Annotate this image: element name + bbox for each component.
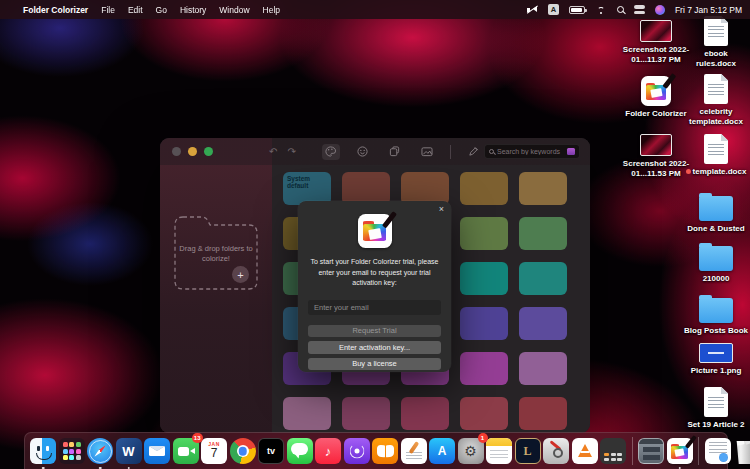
app-menu-title[interactable]: Folder Colorizer [23, 5, 88, 15]
desktop-icon-picture-1-png[interactable]: Picture 1.png [684, 343, 748, 387]
drop-zone[interactable]: Drag & drop folders to colorize! + [171, 208, 261, 292]
dock-item-license-document-icon[interactable] [705, 436, 731, 466]
desktop-icon-blog-posts-book[interactable]: Blog Posts Book [684, 294, 748, 343]
color-swatch[interactable] [519, 352, 567, 385]
request-trial-button[interactable]: Request Trial [308, 325, 441, 338]
dock-item-word-icon[interactable]: W [116, 436, 142, 466]
trial-instructions-text: To start your Folder Colorizer trial, pl… [309, 257, 440, 289]
dock-item-vlc-icon[interactable] [572, 436, 598, 466]
buy-license-button[interactable]: Buy a license [308, 358, 441, 371]
window-titlebar[interactable]: ↶ ↷ [160, 138, 590, 165]
desktop-icon-ebook-rules-docx[interactable]: ebook rules.docx [684, 16, 748, 74]
menu-item-edit[interactable]: Edit [128, 5, 143, 15]
input-source-icon[interactable]: A [548, 4, 559, 16]
color-swatch[interactable] [460, 397, 508, 430]
color-swatch[interactable] [460, 307, 508, 340]
email-field[interactable] [308, 300, 441, 315]
dock-item-mail-icon[interactable] [144, 436, 170, 466]
screenshot-thumbnail-icon [640, 134, 672, 156]
menu-item-window[interactable]: Window [219, 5, 249, 15]
add-folder-button[interactable]: + [232, 266, 249, 283]
color-swatch[interactable] [283, 397, 331, 430]
dock-separator [632, 437, 633, 465]
dock-item-messages-icon[interactable] [287, 436, 313, 466]
dock-item-league-of-legends-icon[interactable]: L [515, 436, 541, 466]
menu-item-history[interactable]: History [180, 5, 206, 15]
dock-item-settings-icon[interactable]: ⚙1 [458, 436, 484, 466]
color-swatch[interactable] [460, 172, 508, 205]
dock-item-facetime-icon[interactable]: 13 [173, 436, 199, 466]
eyedropper-icon[interactable] [465, 144, 483, 160]
desktop: Folder Colorizer FileEditGoHistoryWindow… [0, 0, 750, 469]
menu-item-file[interactable]: File [101, 5, 115, 15]
desktop-icon-screenshot-2022-01-11-53-pm[interactable]: Screenshot 2022-01...11.53 PM [620, 134, 692, 192]
desktop-icon-label: template.docx [686, 167, 747, 177]
color-swatch[interactable] [519, 172, 567, 205]
desktop-icon-folder-colorizer[interactable]: Folder Colorizer [620, 76, 692, 134]
dock-item-books-icon[interactable] [372, 436, 398, 466]
desktop-icon-done-dusted[interactable]: Done & Dusted [684, 192, 748, 242]
dock-item-minimized-window-icon[interactable] [638, 436, 664, 466]
image-icon[interactable] [418, 144, 436, 160]
color-swatch[interactable] [460, 217, 508, 250]
desktop-icon-template-docx[interactable]: template.docx [684, 134, 748, 192]
redo-icon[interactable]: ↷ [287, 146, 295, 157]
color-swatch[interactable] [519, 217, 567, 250]
undo-icon[interactable]: ↶ [269, 146, 277, 157]
dock-item-pages-icon[interactable] [401, 436, 427, 466]
color-swatch[interactable] [519, 307, 567, 340]
color-swatch[interactable] [460, 352, 508, 385]
desktop-icon-label: Screenshot 2022-01...11.53 PM [620, 159, 692, 178]
red-tag-icon [686, 169, 691, 174]
menu-item-go[interactable]: Go [156, 5, 167, 15]
color-swatch[interactable] [401, 397, 449, 430]
desktop-icon-label: Picture 1.png [691, 366, 742, 376]
dock-item-notes-icon[interactable] [486, 436, 512, 466]
blue-folder-icon [699, 298, 733, 323]
search-color-filter-icon[interactable] [567, 148, 575, 155]
color-swatch[interactable] [519, 397, 567, 430]
dock-item-safari-icon[interactable] [87, 436, 113, 466]
color-swatch[interactable] [460, 262, 508, 295]
battery-icon[interactable] [569, 4, 585, 16]
close-dialog-icon[interactable]: × [439, 205, 444, 214]
menu-item-help[interactable]: Help [263, 5, 280, 15]
desktop-icon-label: Set 19 Article 2 [687, 420, 744, 430]
color-swatch[interactable] [342, 397, 390, 430]
enter-activation-key-button[interactable]: Enter activation key... [308, 341, 441, 354]
color-swatch[interactable] [519, 262, 567, 295]
dock-item-calculator-icon[interactable] [600, 436, 626, 466]
dock-item-chrome-icon[interactable] [230, 436, 256, 466]
folder-colorizer-app-icon [641, 76, 671, 106]
dock-item-music-icon[interactable]: ♪ [315, 436, 341, 466]
dock-item-folder-colorizer-icon[interactable] [667, 436, 693, 466]
wifi-icon[interactable] [595, 4, 607, 16]
dock-item-trash-icon[interactable] [733, 436, 750, 466]
dock-item-appletv-icon[interactable]: tv [258, 436, 284, 466]
close-window-button[interactable] [172, 147, 181, 156]
spotlight-icon[interactable] [617, 4, 624, 16]
search-input[interactable] [497, 148, 564, 155]
color-palette-icon[interactable] [322, 144, 340, 160]
document-icon [704, 387, 728, 417]
control-center-icon[interactable] [634, 4, 645, 16]
copy-style-icon[interactable] [386, 144, 404, 160]
siri-icon[interactable] [655, 4, 665, 16]
dock-item-utility-icon[interactable] [543, 436, 569, 466]
zoom-window-button[interactable] [204, 147, 213, 156]
emoji-icon[interactable] [354, 144, 372, 160]
window-sidebar: Drag & drop folders to colorize! + [160, 165, 272, 433]
dock-item-calendar-icon[interactable]: JAN7 [201, 436, 227, 466]
desktop-icon-celebrity-template-docx[interactable]: celebrity template.docx [684, 74, 748, 134]
volume-muted-icon[interactable] [527, 4, 538, 16]
dock-item-podcasts-icon[interactable] [344, 436, 370, 466]
dock-item-finder-icon[interactable] [30, 436, 56, 466]
desktop-icon-screenshot-2022-01-11-37-pm[interactable]: Screenshot 2022-01...11.37 PM [620, 20, 692, 76]
desktop-icon-set-19-article-2[interactable]: Set 19 Article 2 [684, 387, 748, 437]
dock-item-appstore-icon[interactable]: A [429, 436, 455, 466]
desktop-icon-210000[interactable]: 210000 [684, 242, 748, 294]
menu-bar-clock[interactable]: Fri 7 Jan 5:12 PM [675, 5, 742, 15]
minimize-window-button[interactable] [188, 147, 197, 156]
dock-item-launchpad-icon[interactable] [59, 436, 85, 466]
search-field[interactable] [484, 144, 580, 159]
